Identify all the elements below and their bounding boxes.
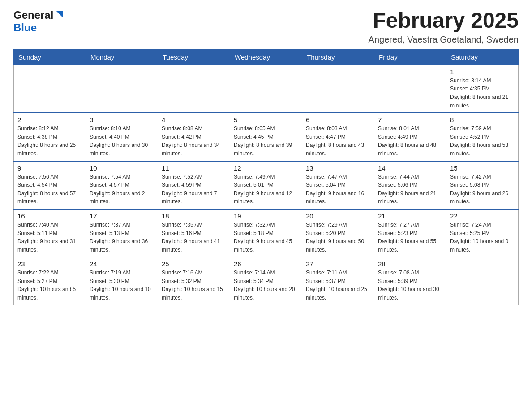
day-info: Sunrise: 7:37 AMSunset: 5:13 PMDaylight:… (90, 221, 154, 254)
page-title: February 2025 (369, 9, 519, 33)
day-info: Sunrise: 8:10 AMSunset: 4:40 PMDaylight:… (90, 124, 154, 158)
day-number: 5 (234, 116, 298, 124)
day-number: 15 (450, 164, 515, 172)
day-number: 25 (162, 260, 226, 268)
day-info: Sunrise: 7:27 AMSunset: 5:23 PMDaylight:… (378, 221, 442, 254)
day-info: Sunrise: 7:47 AMSunset: 5:04 PMDaylight:… (306, 173, 370, 206)
day-number: 21 (378, 212, 442, 220)
calendar-day-header: Thursday (302, 49, 374, 65)
day-info: Sunrise: 7:52 AMSunset: 4:59 PMDaylight:… (162, 173, 226, 206)
day-info: Sunrise: 8:12 AMSunset: 4:38 PMDaylight:… (17, 124, 82, 158)
day-info: Sunrise: 7:22 AMSunset: 5:27 PMDaylight:… (17, 269, 82, 302)
calendar-cell: 24Sunrise: 7:19 AMSunset: 5:30 PMDayligh… (86, 257, 158, 305)
day-number: 26 (234, 260, 298, 268)
day-number: 20 (306, 212, 370, 220)
day-info: Sunrise: 7:24 AMSunset: 5:25 PMDaylight:… (450, 221, 515, 254)
svg-marker-0 (56, 11, 63, 17)
day-info: Sunrise: 8:03 AMSunset: 4:47 PMDaylight:… (306, 124, 370, 158)
day-number: 19 (234, 212, 298, 220)
calendar-cell: 8Sunrise: 7:59 AMSunset: 4:52 PMDaylight… (446, 113, 519, 161)
day-info: Sunrise: 8:14 AMSunset: 4:35 PMDaylight:… (450, 77, 515, 110)
day-number: 8 (450, 116, 515, 124)
calendar-cell (86, 65, 158, 113)
day-number: 22 (450, 212, 515, 220)
calendar-cell: 19Sunrise: 7:32 AMSunset: 5:18 PMDayligh… (230, 209, 302, 257)
calendar-day-header: Saturday (446, 49, 519, 65)
calendar-day-header: Friday (374, 49, 446, 65)
calendar-cell: 11Sunrise: 7:52 AMSunset: 4:59 PMDayligh… (158, 161, 230, 209)
calendar-week-row: 2Sunrise: 8:12 AMSunset: 4:38 PMDaylight… (14, 113, 519, 161)
day-info: Sunrise: 7:19 AMSunset: 5:30 PMDaylight:… (90, 269, 154, 302)
calendar-cell: 27Sunrise: 7:11 AMSunset: 5:37 PMDayligh… (302, 257, 374, 305)
calendar-cell: 20Sunrise: 7:29 AMSunset: 5:20 PMDayligh… (302, 209, 374, 257)
page-header: General Blue February 2025 Angered, Vaes… (13, 9, 519, 45)
day-number: 2 (17, 116, 82, 124)
day-number: 12 (234, 164, 298, 172)
day-info: Sunrise: 7:56 AMSunset: 4:54 PMDaylight:… (17, 173, 82, 206)
day-number: 14 (378, 164, 442, 172)
day-number: 1 (450, 68, 515, 76)
calendar-cell: 22Sunrise: 7:24 AMSunset: 5:25 PMDayligh… (446, 209, 519, 257)
calendar-cell: 21Sunrise: 7:27 AMSunset: 5:23 PMDayligh… (374, 209, 446, 257)
calendar-cell: 17Sunrise: 7:37 AMSunset: 5:13 PMDayligh… (86, 209, 158, 257)
calendar-cell: 28Sunrise: 7:08 AMSunset: 5:39 PMDayligh… (374, 257, 446, 305)
calendar-cell (374, 65, 446, 113)
calendar-cell: 14Sunrise: 7:44 AMSunset: 5:06 PMDayligh… (374, 161, 446, 209)
calendar-cell: 16Sunrise: 7:40 AMSunset: 5:11 PMDayligh… (14, 209, 86, 257)
calendar-day-header: Sunday (14, 49, 86, 65)
calendar-day-header: Wednesday (230, 49, 302, 65)
calendar-cell: 26Sunrise: 7:14 AMSunset: 5:34 PMDayligh… (230, 257, 302, 305)
day-info: Sunrise: 8:08 AMSunset: 4:42 PMDaylight:… (162, 124, 226, 158)
day-info: Sunrise: 7:59 AMSunset: 4:52 PMDaylight:… (450, 124, 515, 158)
page-subtitle: Angered, Vaestra Goetaland, Sweden (369, 34, 519, 45)
calendar-week-row: 23Sunrise: 7:22 AMSunset: 5:27 PMDayligh… (14, 257, 519, 305)
day-number: 3 (90, 116, 154, 124)
calendar-cell: 18Sunrise: 7:35 AMSunset: 5:16 PMDayligh… (158, 209, 230, 257)
day-info: Sunrise: 7:54 AMSunset: 4:57 PMDaylight:… (90, 173, 154, 206)
calendar-week-row: 16Sunrise: 7:40 AMSunset: 5:11 PMDayligh… (14, 209, 519, 257)
day-number: 28 (378, 260, 442, 268)
day-info: Sunrise: 8:05 AMSunset: 4:45 PMDaylight:… (234, 124, 298, 158)
calendar-cell (14, 65, 86, 113)
day-number: 24 (90, 260, 154, 268)
day-number: 18 (162, 212, 226, 220)
day-number: 13 (306, 164, 370, 172)
calendar-cell: 2Sunrise: 8:12 AMSunset: 4:38 PMDaylight… (14, 113, 86, 161)
calendar-day-header: Tuesday (158, 49, 230, 65)
day-info: Sunrise: 7:14 AMSunset: 5:34 PMDaylight:… (234, 269, 298, 302)
calendar-cell: 7Sunrise: 8:01 AMSunset: 4:49 PMDaylight… (374, 113, 446, 161)
calendar-table: SundayMondayTuesdayWednesdayThursdayFrid… (13, 49, 519, 305)
calendar-cell: 23Sunrise: 7:22 AMSunset: 5:27 PMDayligh… (14, 257, 86, 305)
day-info: Sunrise: 7:08 AMSunset: 5:39 PMDaylight:… (378, 269, 442, 302)
calendar-day-header: Monday (86, 49, 158, 65)
calendar-cell (230, 65, 302, 113)
day-info: Sunrise: 7:44 AMSunset: 5:06 PMDaylight:… (378, 173, 442, 206)
day-info: Sunrise: 7:11 AMSunset: 5:37 PMDaylight:… (306, 269, 370, 302)
calendar-header-row: SundayMondayTuesdayWednesdayThursdayFrid… (14, 49, 519, 65)
calendar-week-row: 9Sunrise: 7:56 AMSunset: 4:54 PMDaylight… (14, 161, 519, 209)
calendar-cell (446, 257, 519, 305)
calendar-cell: 3Sunrise: 8:10 AMSunset: 4:40 PMDaylight… (86, 113, 158, 161)
day-number: 16 (17, 212, 82, 220)
calendar-cell: 12Sunrise: 7:49 AMSunset: 5:01 PMDayligh… (230, 161, 302, 209)
day-number: 27 (306, 260, 370, 268)
day-number: 10 (90, 164, 154, 172)
day-info: Sunrise: 8:01 AMSunset: 4:49 PMDaylight:… (378, 124, 442, 158)
calendar-cell (302, 65, 374, 113)
logo-arrow-icon (55, 9, 64, 21)
day-number: 9 (17, 164, 82, 172)
calendar-week-row: 1Sunrise: 8:14 AMSunset: 4:35 PMDaylight… (14, 65, 519, 113)
calendar-cell: 6Sunrise: 8:03 AMSunset: 4:47 PMDaylight… (302, 113, 374, 161)
day-info: Sunrise: 7:32 AMSunset: 5:18 PMDaylight:… (234, 221, 298, 254)
logo-blue-text: Blue (13, 21, 37, 34)
day-number: 6 (306, 116, 370, 124)
day-number: 4 (162, 116, 226, 124)
day-info: Sunrise: 7:16 AMSunset: 5:32 PMDaylight:… (162, 269, 226, 302)
calendar-cell: 9Sunrise: 7:56 AMSunset: 4:54 PMDaylight… (14, 161, 86, 209)
calendar-cell: 25Sunrise: 7:16 AMSunset: 5:32 PMDayligh… (158, 257, 230, 305)
calendar-cell: 15Sunrise: 7:42 AMSunset: 5:08 PMDayligh… (446, 161, 519, 209)
title-block: February 2025 Angered, Vaestra Goetaland… (369, 9, 519, 45)
logo-general-text: General (13, 9, 53, 21)
day-number: 11 (162, 164, 226, 172)
day-number: 23 (17, 260, 82, 268)
